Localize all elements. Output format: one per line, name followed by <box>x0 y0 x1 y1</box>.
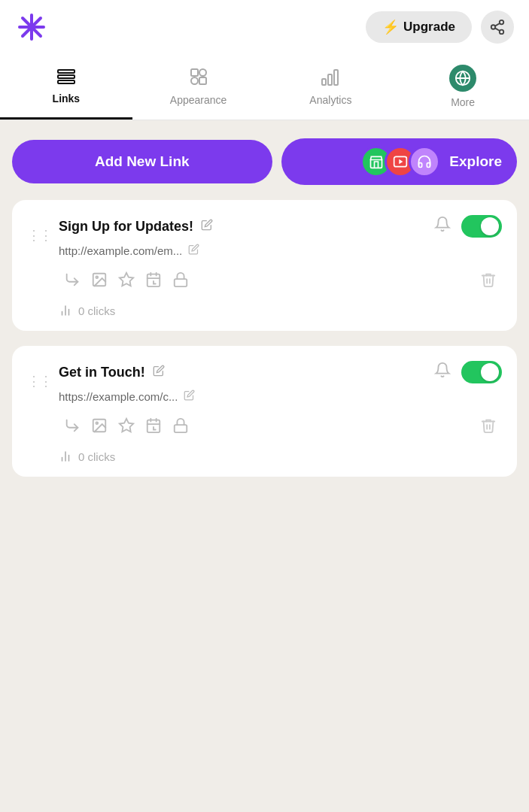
drag-handle-2[interactable]: ⋮⋮ <box>27 361 51 389</box>
nav-tabs: Links Appearance Analytics <box>0 54 529 120</box>
bell-icon-1[interactable] <box>434 216 451 237</box>
header: ⚡ Upgrade <box>0 0 529 54</box>
tab-links[interactable]: Links <box>0 54 132 120</box>
svg-rect-16 <box>322 79 326 85</box>
link-card-1: ⋮⋮ Sign Up for Updates! <box>12 200 517 331</box>
edit-title-icon-2[interactable] <box>153 365 165 380</box>
upgrade-button[interactable]: ⚡ Upgrade <box>366 11 472 43</box>
explore-label: Explore <box>449 153 502 170</box>
card-title-row-1: Sign Up for Updates! <box>59 219 213 235</box>
tab-appearance-label: Appearance <box>170 94 227 106</box>
link-title-1: Sign Up for Updates! <box>59 219 193 235</box>
bell-icon-2[interactable] <box>434 362 451 383</box>
more-icon <box>449 65 476 92</box>
bolt-icon: ⚡ <box>382 19 399 35</box>
toggle-2[interactable] <box>461 361 502 383</box>
svg-line-7 <box>495 28 500 31</box>
tab-links-label: Links <box>53 92 81 105</box>
action-icons-row-1 <box>59 266 502 293</box>
explore-icons <box>360 146 440 177</box>
clicks-chart-icon-1 <box>59 304 72 317</box>
card-header-right-2 <box>434 361 502 383</box>
card-header-2: Get in Touch! <box>59 361 502 383</box>
url-edit-icon-2[interactable] <box>184 389 195 403</box>
tab-more[interactable]: More <box>397 54 529 120</box>
svg-rect-17 <box>328 74 332 85</box>
redirect-icon-2[interactable] <box>59 412 86 439</box>
card-main-1: Sign Up for Updates! <box>59 215 502 317</box>
schedule-icon-2[interactable] <box>140 412 167 439</box>
image-icon-1[interactable] <box>86 266 113 293</box>
svg-point-24 <box>96 276 98 278</box>
svg-rect-41 <box>175 425 187 432</box>
action-row: Add New Link <box>12 138 517 185</box>
header-actions: ⚡ Upgrade <box>366 11 514 44</box>
action-icons-row-2 <box>59 412 502 439</box>
main-content: Add New Link <box>0 120 529 495</box>
card-header-1: Sign Up for Updates! <box>59 215 502 238</box>
card-body-1: ⋮⋮ Sign Up for Updates! <box>27 215 502 317</box>
lock-icon-1[interactable] <box>167 266 194 293</box>
tab-analytics-label: Analytics <box>309 94 351 106</box>
clicks-row-1: 0 clicks <box>59 304 502 317</box>
card-body-2: ⋮⋮ Get in Touch! <box>27 361 502 463</box>
trash-icon-1[interactable] <box>475 266 502 293</box>
trash-icon-2[interactable] <box>475 412 502 439</box>
appearance-icon <box>189 67 208 89</box>
tab-appearance[interactable]: Appearance <box>132 54 265 120</box>
svg-rect-14 <box>191 77 198 84</box>
schedule-icon-1[interactable] <box>140 266 167 293</box>
explore-button[interactable]: Explore <box>281 138 518 185</box>
svg-marker-36 <box>120 419 133 432</box>
url-edit-icon-1[interactable] <box>188 244 199 257</box>
svg-rect-11 <box>58 80 74 83</box>
logo <box>15 11 48 44</box>
star-icon-2[interactable] <box>113 412 140 439</box>
tab-analytics[interactable]: Analytics <box>265 54 397 120</box>
url-text-2: https://example.com/c... <box>59 390 178 403</box>
svg-point-35 <box>96 422 98 424</box>
url-row-1: http://example.com/em... <box>59 244 502 257</box>
star-icon-1[interactable] <box>113 266 140 293</box>
link-card-2: ⋮⋮ Get in Touch! <box>12 346 517 477</box>
tab-more-label: More <box>451 96 475 108</box>
svg-rect-13 <box>199 69 206 76</box>
svg-marker-25 <box>120 273 133 286</box>
clicks-row-2: 0 clicks <box>59 450 502 463</box>
url-text-1: http://example.com/em... <box>59 244 182 257</box>
svg-rect-10 <box>58 75 74 78</box>
svg-marker-22 <box>400 159 403 165</box>
drag-handle-1[interactable]: ⋮⋮ <box>27 215 51 244</box>
redirect-icon-1[interactable] <box>59 266 86 293</box>
analytics-icon <box>321 67 340 89</box>
svg-rect-12 <box>191 69 198 76</box>
links-icon <box>56 68 76 88</box>
url-row-2: https://example.com/c... <box>59 389 502 403</box>
explore-icon-headphone <box>409 146 440 177</box>
edit-title-icon-1[interactable] <box>201 219 213 234</box>
card-header-right-1 <box>434 215 502 238</box>
svg-rect-9 <box>58 70 74 73</box>
upgrade-label: Upgrade <box>403 20 455 35</box>
link-title-2: Get in Touch! <box>59 365 145 380</box>
svg-rect-26 <box>147 274 160 287</box>
toggle-1[interactable] <box>461 215 502 238</box>
add-new-link-button[interactable]: Add New Link <box>12 140 272 183</box>
image-icon-2[interactable] <box>86 412 113 439</box>
clicks-chart-icon-2 <box>59 450 72 463</box>
card-main-2: Get in Touch! <box>59 361 502 463</box>
share-button[interactable] <box>481 11 514 44</box>
clicks-text-2: 0 clicks <box>78 450 115 463</box>
card-title-row-2: Get in Touch! <box>59 365 165 380</box>
lock-icon-2[interactable] <box>167 412 194 439</box>
svg-line-8 <box>495 23 500 26</box>
svg-rect-18 <box>334 70 338 85</box>
svg-rect-15 <box>199 77 206 84</box>
clicks-text-1: 0 clicks <box>78 304 115 317</box>
svg-rect-30 <box>175 279 187 286</box>
